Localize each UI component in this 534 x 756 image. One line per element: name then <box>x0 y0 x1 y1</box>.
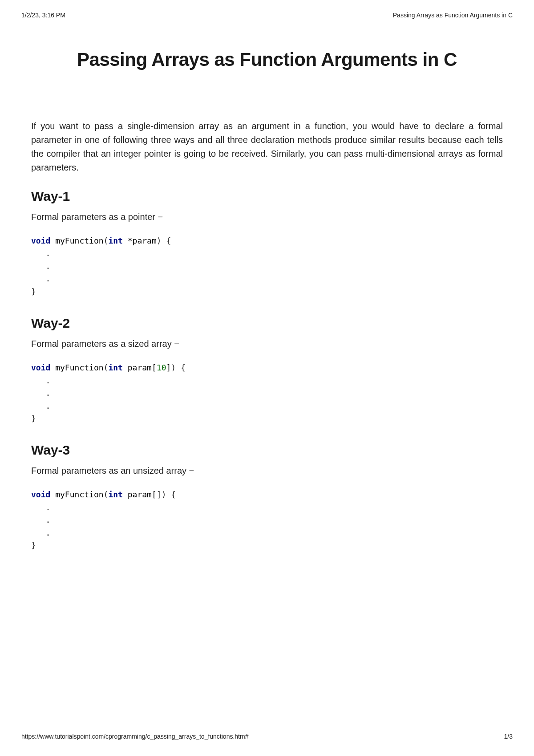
code-close-brace: } <box>31 541 36 550</box>
code-body-dots: . . . <box>31 248 50 283</box>
code-fn-name: myFunction <box>50 363 103 372</box>
header-timestamp: 1/2/23, 3:16 PM <box>21 12 65 19</box>
code-close-sig: ) { <box>157 236 171 245</box>
way2-code: void myFunction(int param[10]) { . . . } <box>31 362 503 425</box>
code-number: 10 <box>157 363 166 372</box>
code-keyword-void: void <box>31 236 50 245</box>
way3-desc: Formal parameters as an unsized array − <box>31 466 503 476</box>
footer-page-num: 1/3 <box>504 733 513 740</box>
way2-desc: Formal parameters as a sized array − <box>31 339 503 349</box>
page: 1/2/23, 3:16 PM Passing Arrays as Functi… <box>0 0 534 756</box>
code-close-sig: ) { <box>162 490 176 499</box>
way3-code: void myFunction(int param[]) { . . . } <box>31 488 503 552</box>
code-sig-after-num: ] <box>166 363 171 372</box>
code-fn-name: myFunction <box>50 490 103 499</box>
code-sig-rest: *param <box>123 236 157 245</box>
code-keyword-void: void <box>31 363 50 372</box>
code-fn-name: myFunction <box>50 236 103 245</box>
code-sig-rest: param[] <box>123 490 162 499</box>
code-keyword-void: void <box>31 490 50 499</box>
code-keyword-int: int <box>108 236 123 245</box>
code-open-paren: ( <box>104 363 109 372</box>
way1-desc: Formal parameters as a pointer − <box>31 212 503 222</box>
way1-code: void myFunction(int *param) { . . . } <box>31 235 503 298</box>
print-header: 1/2/23, 3:16 PM Passing Arrays as Functi… <box>21 12 513 19</box>
intro-paragraph: If you want to pass a single-dimension a… <box>31 119 503 175</box>
content: Passing Arrays as Function Arguments in … <box>31 40 503 570</box>
code-keyword-int: int <box>108 363 123 372</box>
code-body-dots: . . . <box>31 503 50 537</box>
header-doc-title: Passing Arrays as Function Arguments in … <box>393 12 513 19</box>
page-title: Passing Arrays as Function Arguments in … <box>31 49 503 70</box>
code-body-dots: . . . <box>31 376 50 411</box>
way2-heading: Way-2 <box>31 316 503 331</box>
footer-url: https://www.tutorialspoint.com/cprogramm… <box>21 733 248 740</box>
code-close-brace: } <box>31 287 36 296</box>
print-footer: https://www.tutorialspoint.com/cprogramm… <box>21 733 513 740</box>
code-close-brace: } <box>31 414 36 423</box>
way1-heading: Way-1 <box>31 189 503 204</box>
code-open-paren: ( <box>104 236 109 245</box>
code-close-sig: ) { <box>171 363 186 372</box>
code-keyword-int: int <box>108 490 123 499</box>
way3-heading: Way-3 <box>31 443 503 458</box>
code-open-paren: ( <box>104 490 109 499</box>
code-sig-before-num: param[ <box>123 363 157 372</box>
